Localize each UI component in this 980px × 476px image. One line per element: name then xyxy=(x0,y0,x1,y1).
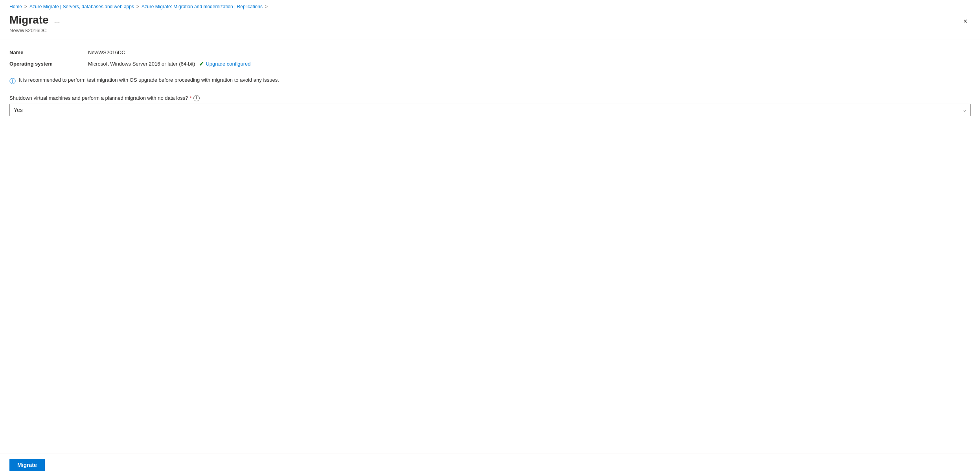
info-banner-text: It is recommended to perform test migrat… xyxy=(19,77,279,83)
os-field-row: Operating system Microsoft Windows Serve… xyxy=(9,60,971,68)
page-title: Migrate xyxy=(9,13,49,27)
info-banner: ⓘ It is recommended to perform test migr… xyxy=(9,77,971,86)
footer: Migrate xyxy=(0,454,980,476)
breadcrumb-sep-2: > xyxy=(136,4,139,9)
breadcrumb-sep-1: > xyxy=(24,4,27,9)
ellipsis-button[interactable]: ... xyxy=(52,16,63,26)
check-circle-icon: ✔ xyxy=(199,60,204,68)
main-content: Name NewWS2016DC Operating system Micros… xyxy=(0,40,980,454)
breadcrumb: Home > Azure Migrate | Servers, database… xyxy=(0,0,980,12)
close-button[interactable]: × xyxy=(960,15,971,28)
name-label: Name xyxy=(9,49,88,55)
shutdown-label-row: Shutdown virtual machines and perform a … xyxy=(9,95,971,101)
breadcrumb-home[interactable]: Home xyxy=(9,4,22,9)
upgrade-label: Upgrade configured xyxy=(206,61,250,67)
info-icon: ⓘ xyxy=(9,77,16,86)
page-title-block: Migrate NewWS2016DC xyxy=(9,13,49,33)
required-star: * xyxy=(190,95,192,101)
shutdown-form-group: Shutdown virtual machines and perform a … xyxy=(9,95,971,116)
os-label: Operating system xyxy=(9,61,88,67)
os-value-container: Microsoft Windows Server 2016 or later (… xyxy=(88,60,251,68)
shutdown-select-container: Yes No ⌄ xyxy=(9,104,971,116)
breadcrumb-replications[interactable]: Azure Migrate: Migration and modernizati… xyxy=(142,4,263,9)
name-value: NewWS2016DC xyxy=(88,49,125,55)
breadcrumb-sep-3: > xyxy=(265,4,268,9)
shutdown-label-text: Shutdown virtual machines and perform a … xyxy=(9,95,188,101)
form-section-details: Name NewWS2016DC Operating system Micros… xyxy=(9,49,971,68)
breadcrumb-azure-migrate[interactable]: Azure Migrate | Servers, databases and w… xyxy=(29,4,134,9)
page-header: Migrate NewWS2016DC ... × xyxy=(0,12,980,40)
page-subtitle: NewWS2016DC xyxy=(9,27,49,33)
os-value: Microsoft Windows Server 2016 or later (… xyxy=(88,61,195,67)
page-header-left: Migrate NewWS2016DC ... xyxy=(9,13,63,33)
upgrade-badge[interactable]: ✔ Upgrade configured xyxy=(199,60,250,68)
shutdown-select[interactable]: Yes No xyxy=(9,104,971,116)
name-field-row: Name NewWS2016DC xyxy=(9,49,971,55)
tooltip-icon[interactable]: i xyxy=(193,95,200,101)
migrate-button[interactable]: Migrate xyxy=(9,459,45,471)
